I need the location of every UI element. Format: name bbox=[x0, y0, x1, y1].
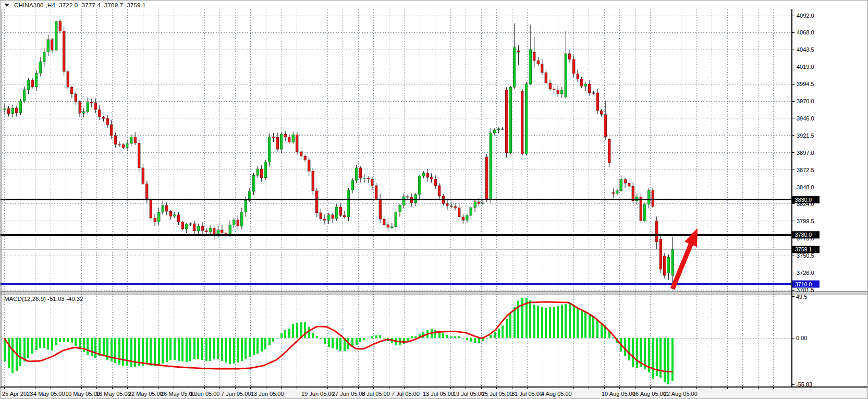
bear-candle bbox=[150, 200, 152, 218]
macd-histogram-bar bbox=[280, 333, 283, 338]
bull-candle bbox=[616, 191, 618, 194]
bull-candle bbox=[647, 190, 650, 204]
bull-candle bbox=[470, 208, 472, 216]
price-tick-label: 3946.0 bbox=[797, 115, 814, 122]
macd-histogram-bar bbox=[264, 338, 266, 349]
bull-candle bbox=[240, 212, 243, 226]
macd-histogram-bar bbox=[411, 336, 413, 338]
bear-candle bbox=[502, 129, 504, 130]
macd-histogram-bar bbox=[509, 313, 511, 338]
bull-candle bbox=[497, 129, 500, 130]
macd-histogram-bar bbox=[659, 338, 662, 378]
macd-histogram-bar bbox=[284, 330, 286, 338]
macd-histogram-bar bbox=[39, 338, 41, 348]
bear-candle bbox=[521, 91, 523, 154]
price-tick-label: 3994.5 bbox=[797, 81, 814, 87]
bull-candle bbox=[560, 90, 563, 94]
price-tick-label: 3726.0 bbox=[797, 270, 814, 276]
bear-candle bbox=[118, 144, 120, 146]
macd-histogram-bar bbox=[43, 338, 45, 348]
macd-histogram-bar bbox=[589, 314, 591, 338]
time-axis-label: 4 Aug 05:00 bbox=[541, 391, 572, 397]
macd-histogram-bar bbox=[371, 336, 373, 338]
bear-candle bbox=[272, 137, 275, 138]
bull-candle bbox=[395, 212, 397, 227]
macd-histogram-bar bbox=[99, 338, 101, 356]
bull-candle bbox=[27, 80, 30, 90]
bear-candle bbox=[446, 203, 448, 206]
chart-canvas[interactable]: 4092.04068.04043.54019.03994.53970.03946… bbox=[1, 1, 868, 399]
bear-candle bbox=[94, 103, 97, 110]
bull-candle bbox=[173, 215, 176, 216]
bear-candle bbox=[343, 215, 346, 217]
macd-histogram-bar bbox=[450, 336, 453, 338]
macd-histogram-bar bbox=[498, 329, 500, 338]
bull-candle bbox=[82, 112, 85, 114]
bull-candle bbox=[422, 173, 425, 176]
macd-histogram-bar bbox=[664, 338, 666, 382]
macd-indicator-label: MACD(12,26,9) -51.03 -40.32 bbox=[4, 296, 83, 302]
macd-histogram-bar bbox=[181, 338, 184, 361]
symbol-dropdown-icon[interactable] bbox=[4, 4, 9, 7]
macd-histogram-bar bbox=[379, 335, 381, 338]
bull-candle bbox=[399, 205, 401, 212]
bull-candle bbox=[35, 73, 38, 87]
bear-candle bbox=[371, 179, 373, 185]
bear-candle bbox=[655, 221, 658, 241]
bull-candle bbox=[197, 226, 200, 231]
bear-candle bbox=[375, 186, 377, 199]
bear-candle bbox=[122, 144, 125, 148]
macd-histogram-bar bbox=[75, 338, 77, 346]
macd-histogram-bar bbox=[324, 338, 326, 344]
bull-candle bbox=[252, 175, 255, 191]
bear-candle bbox=[288, 137, 290, 142]
macd-histogram-bar bbox=[478, 338, 480, 343]
bear-candle bbox=[154, 218, 156, 222]
price-tick-label: 3799.5 bbox=[797, 218, 814, 224]
time-axis-label: 3 Jul 05:00 bbox=[362, 391, 390, 397]
macd-histogram-bar bbox=[632, 338, 634, 367]
quote-low: 3709.7 bbox=[104, 2, 123, 8]
macd-histogram-bar bbox=[557, 306, 559, 338]
bear-candle bbox=[537, 61, 540, 64]
price-level-badge-text: 3780.0 bbox=[795, 232, 812, 238]
bear-candle bbox=[67, 71, 69, 87]
bear-candle bbox=[367, 178, 370, 179]
price-tick-label: 3921.5 bbox=[797, 132, 814, 139]
price-level-badge-text: 3710.0 bbox=[795, 281, 812, 287]
bear-candle bbox=[79, 102, 81, 113]
bull-candle bbox=[209, 228, 212, 232]
macd-histogram-bar bbox=[506, 319, 508, 338]
macd-histogram-bar bbox=[458, 336, 460, 338]
macd-histogram-bar bbox=[205, 338, 207, 361]
time-axis-label: 19 Jun 05:00 bbox=[301, 391, 335, 397]
bear-candle bbox=[612, 192, 615, 194]
macd-histogram-bar bbox=[55, 338, 57, 345]
macd-histogram-bar bbox=[244, 338, 247, 359]
bear-candle bbox=[450, 206, 453, 207]
bear-candle bbox=[315, 191, 318, 213]
bull-candle bbox=[162, 205, 164, 212]
bull-candle bbox=[565, 54, 567, 98]
macd-histogram-bar bbox=[193, 338, 195, 359]
bull-candle bbox=[233, 220, 235, 225]
bear-candle bbox=[296, 135, 298, 152]
bear-candle bbox=[98, 110, 101, 117]
bear-candle bbox=[114, 136, 117, 144]
bear-candle bbox=[608, 139, 610, 163]
bull-candle bbox=[351, 180, 354, 190]
macd-histogram-bar bbox=[470, 338, 472, 342]
bear-candle bbox=[572, 59, 575, 74]
bull-candle bbox=[280, 134, 283, 149]
macd-histogram-bar bbox=[256, 338, 259, 354]
macd-histogram-bar bbox=[502, 325, 504, 338]
macd-histogram-bar bbox=[596, 320, 598, 338]
macd-histogram-bar bbox=[581, 311, 583, 338]
macd-histogram-bar bbox=[565, 304, 567, 338]
bear-candle bbox=[426, 173, 429, 178]
bull-candle bbox=[264, 162, 267, 178]
macd-histogram-bar bbox=[462, 338, 464, 338]
macd-current-value: -51.03 bbox=[47, 296, 65, 302]
macd-histogram-bar bbox=[130, 338, 132, 367]
bull-candle bbox=[189, 224, 192, 225]
